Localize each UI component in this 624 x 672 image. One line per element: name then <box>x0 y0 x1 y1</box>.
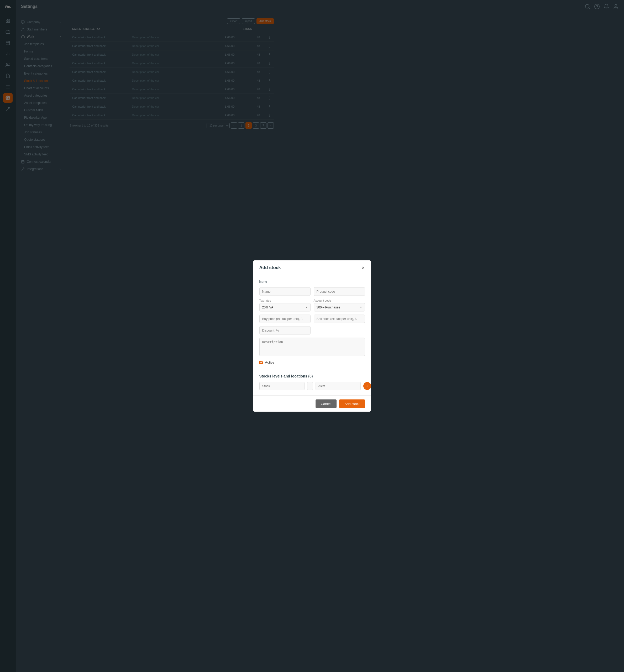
modal-title: Add stock <box>259 265 279 270</box>
item-section-title: Item <box>259 280 279 284</box>
modal-body: Item Tax rates 20% VAT Account code <box>253 274 279 284</box>
add-stock-modal: Add stock × Item Tax rates 20% VAT <box>253 260 279 284</box>
modal-overlay[interactable] <box>0 0 279 284</box>
modal-header: Add stock × <box>253 260 279 274</box>
